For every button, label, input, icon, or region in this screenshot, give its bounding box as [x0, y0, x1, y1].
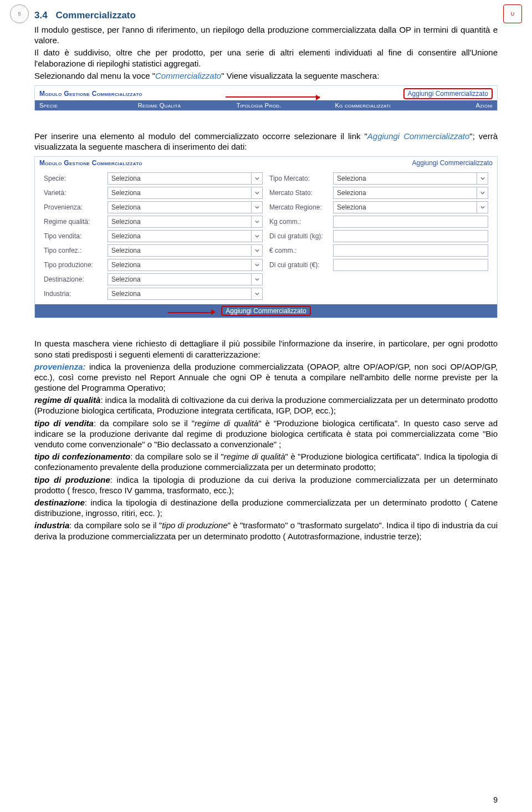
paragraph: tipo di vendita: da compilare solo se il…	[34, 418, 498, 450]
chevron-down-icon	[477, 173, 488, 184]
page-number: 9	[493, 795, 498, 804]
mercato-stato-select[interactable]: Seleziona	[333, 187, 488, 199]
col-specie: Specie	[39, 102, 138, 109]
logo-left-icon: 5	[10, 4, 29, 23]
paragraph: industria: da compilare solo se il "tipo…	[34, 520, 498, 541]
chevron-down-icon	[251, 216, 262, 227]
term-tipo-prod: tipo di produzione	[34, 475, 110, 484]
add-commercializzato-link[interactable]: Aggiungi Commercializzato	[403, 88, 493, 99]
screenshot-form: Modulo Gestione Commercializzato Aggiung…	[34, 156, 498, 318]
paragraph: destinazione: indica la tipologia di des…	[34, 497, 498, 518]
label-kg: Kg comm.:	[269, 218, 333, 226]
term-provenienza: provenienza:	[34, 362, 86, 371]
tipo-vendita-select[interactable]: Seleziona	[108, 230, 263, 242]
label-provenienza: Provenienza:	[44, 203, 108, 211]
chevron-down-icon	[251, 173, 262, 184]
kg-input[interactable]	[333, 216, 488, 228]
term-industria: industria	[34, 520, 69, 530]
term-destinazione: destinazione	[34, 498, 85, 507]
varieta-select[interactable]: Seleziona	[108, 187, 263, 199]
label-gratuiti-eur: Di cui gratuiti (€):	[269, 261, 333, 269]
chevron-down-icon	[477, 187, 488, 198]
chevron-down-icon	[251, 245, 262, 256]
label-tipo-vendita: Tipo vendita:	[44, 232, 108, 240]
label-industria: Industria:	[44, 290, 108, 298]
specie-select[interactable]: Seleziona	[108, 172, 263, 185]
col-azioni: Azioni	[433, 102, 493, 109]
industria-select[interactable]: Seleziona	[108, 288, 263, 300]
col-regime: Regime Qualità	[138, 102, 237, 109]
label-eur: € comm.:	[269, 247, 333, 254]
gratuiti-kg-input[interactable]	[333, 230, 488, 242]
chevron-down-icon	[251, 274, 262, 285]
paragraph: Il modulo gestisce, per l'anno di riferi…	[34, 24, 498, 45]
label-mercato-stato: Mercato Stato:	[269, 189, 333, 197]
tipo-confez-select[interactable]: Seleziona	[108, 244, 263, 257]
module-title: Modulo Gestione Commercializzato	[39, 159, 142, 167]
paragraph: In questa maschera viene richiesto di de…	[34, 338, 498, 359]
chevron-down-icon	[251, 288, 262, 299]
paragraph: provenienza: indica la provenienza della…	[34, 361, 498, 394]
col-kg: Kg commercializzati	[335, 102, 433, 109]
chevron-down-icon	[251, 259, 262, 270]
arrow-icon	[226, 96, 320, 98]
chevron-down-icon	[477, 202, 488, 213]
label-mercato-regione: Mercato Regione:	[269, 203, 333, 211]
label-tipo-prod: Tipo produzione:	[44, 261, 108, 269]
paragraph: tipo di produzione: indica la tipologia …	[34, 474, 498, 496]
link-name: Aggiungi Commercializzato	[367, 131, 470, 141]
form-submit-bar: Aggiungi Commercializzato	[35, 304, 497, 318]
term-tipo-vendita: tipo di vendita	[34, 418, 94, 428]
add-commercializzato-link[interactable]: Aggiungi Commercializzato	[412, 159, 493, 167]
paragraph: Il dato è suddiviso, oltre che per prodo…	[34, 47, 498, 68]
chevron-down-icon	[251, 231, 262, 242]
module-title: Modulo Gestione Commercializzato	[39, 90, 142, 98]
regime-select[interactable]: Seleziona	[108, 216, 263, 228]
label-tipo-confez: Tipo confez.:	[44, 247, 108, 254]
logo-right-icon: U	[503, 4, 522, 23]
chevron-down-icon	[251, 187, 262, 198]
mercato-regione-select[interactable]: Seleziona	[333, 201, 488, 213]
paragraph: Per inserire una elemento al modulo del …	[34, 131, 498, 152]
label-specie: Specie:	[44, 175, 108, 182]
term-regime: regime di qualità	[34, 395, 100, 405]
tipo-prod-select[interactable]: Seleziona	[108, 259, 263, 271]
tipo-mercato-select[interactable]: Seleziona	[333, 172, 488, 185]
screenshot-module-header: Modulo Gestione Commercializzato Aggiung…	[34, 85, 498, 111]
provenienza-select[interactable]: Seleziona	[108, 201, 263, 213]
label-regime: Regime qualità:	[44, 218, 108, 226]
aggiungi-button[interactable]: Aggiungi Commercializzato	[221, 306, 310, 316]
label-destinazione: Destinazione:	[44, 275, 108, 283]
table-header-row: Specie Regime Qualità Tipologia Prod. Kg…	[35, 100, 497, 110]
paragraph: regime di qualità: indica la modalità di…	[34, 395, 498, 416]
menu-voice: Commercializzato	[155, 71, 221, 80]
paragraph: Selezionando dal menu la voce "Commercia…	[34, 70, 498, 81]
gratuiti-eur-input[interactable]	[333, 259, 488, 271]
eur-input[interactable]	[333, 244, 488, 257]
paragraph: tipo di confezionamento: da compilare so…	[34, 451, 498, 472]
label-varieta: Varietà:	[44, 189, 108, 197]
destinazione-select[interactable]: Seleziona	[108, 273, 263, 285]
label-gratuiti-kg: Di cui gratuiti (kg):	[269, 232, 333, 240]
col-tipologia: Tipologia Prod.	[237, 102, 335, 109]
label-tipo-mercato: Tipo Mercato:	[269, 175, 333, 182]
chevron-down-icon	[251, 202, 262, 213]
term-tipo-confez: tipo di confezionamento	[34, 452, 130, 461]
